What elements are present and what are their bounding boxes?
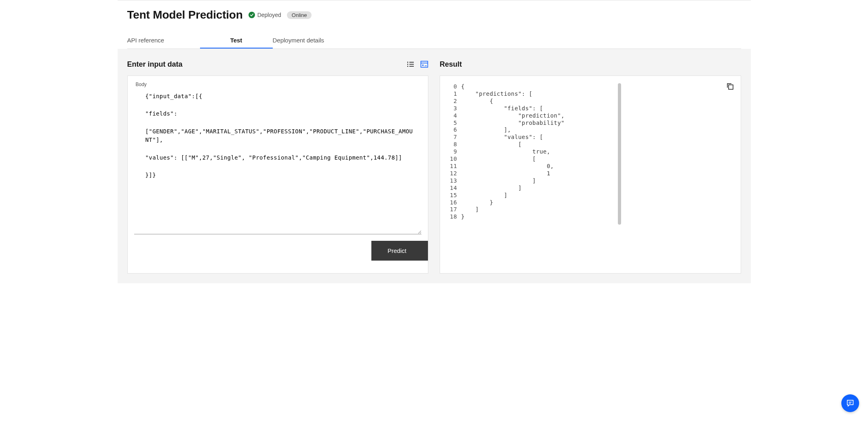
line-number: 7 <box>447 134 461 141</box>
line-number: 9 <box>447 148 461 156</box>
line-content: ] <box>461 185 522 192</box>
result-line: 13 ] <box>447 177 721 185</box>
line-number: 15 <box>447 192 461 199</box>
tab-test[interactable]: Test <box>200 33 273 48</box>
result-line: 9 true, <box>447 148 721 156</box>
line-content: ] <box>461 177 536 185</box>
line-number: 16 <box>447 199 461 206</box>
line-number: 6 <box>447 126 461 134</box>
result-line: 10 [ <box>447 156 721 163</box>
result-panel: 0{1 "predictions": [2 {3 "fields": [4 "p… <box>440 76 741 274</box>
result-line: 17 ] <box>447 206 721 213</box>
result-line: 8 [ <box>447 141 721 148</box>
line-content: "predictions": [ <box>461 91 533 98</box>
status-deployed: Deployed <box>249 12 281 18</box>
scrollbar[interactable] <box>618 83 621 225</box>
svg-rect-3 <box>409 64 414 65</box>
result-line: 18} <box>447 213 721 221</box>
line-content: } <box>461 199 493 206</box>
line-number: 18 <box>447 213 461 221</box>
line-content: [ <box>461 141 522 148</box>
result-line: 3 "fields": [ <box>447 105 721 112</box>
svg-point-2 <box>407 64 409 65</box>
input-body-textarea[interactable] <box>134 89 422 234</box>
result-line: 14 ] <box>447 185 721 192</box>
result-line: 5 "probability" <box>447 120 721 127</box>
check-circle-icon <box>249 12 255 18</box>
line-number: 14 <box>447 185 461 192</box>
line-content: "probability" <box>461 120 565 127</box>
line-content: 1 <box>461 170 550 177</box>
line-number: 1 <box>447 91 461 98</box>
predict-button[interactable]: Predict <box>371 241 428 261</box>
input-panel: Body Predict <box>127 76 429 274</box>
line-content: "values": [ <box>461 134 543 141</box>
result-line: 15 ] <box>447 192 721 199</box>
line-number: 8 <box>447 141 461 148</box>
result-output: 0{1 "predictions": [2 {3 "fields": [4 "p… <box>447 83 721 266</box>
line-content: ] <box>461 192 508 199</box>
svg-rect-5 <box>409 66 414 67</box>
tab-api-reference[interactable]: API reference <box>127 33 200 48</box>
deployed-label: Deployed <box>257 12 281 18</box>
tabs: API reference Test Deployment details <box>127 33 741 49</box>
line-number: 13 <box>447 177 461 185</box>
line-number: 10 <box>447 156 461 163</box>
line-content: "fields": [ <box>461 105 543 112</box>
line-content: 0, <box>461 163 554 170</box>
line-number: 12 <box>447 170 461 177</box>
result-line: 16 } <box>447 199 721 206</box>
line-content: { <box>461 98 493 105</box>
line-content: } <box>461 213 465 221</box>
line-number: 11 <box>447 163 461 170</box>
line-content: true, <box>461 148 550 156</box>
list-view-icon[interactable] <box>407 60 415 68</box>
result-panel-title: Result <box>440 60 462 69</box>
body-label: Body <box>128 76 428 89</box>
tab-deployment-details[interactable]: Deployment details <box>273 33 346 48</box>
line-content: ] <box>461 206 479 213</box>
line-number: 2 <box>447 98 461 105</box>
line-number: 0 <box>447 83 461 91</box>
svg-point-0 <box>407 62 409 63</box>
line-number: 5 <box>447 120 461 127</box>
svg-point-4 <box>407 66 409 67</box>
result-line: 7 "values": [ <box>447 134 721 141</box>
json-view-icon[interactable] <box>420 60 428 68</box>
copy-icon[interactable] <box>726 82 734 92</box>
line-content: ], <box>461 126 511 134</box>
svg-rect-9 <box>729 85 733 89</box>
line-number: 17 <box>447 206 461 213</box>
line-content: [ <box>461 156 536 163</box>
online-pill: Online <box>287 11 312 19</box>
svg-rect-8 <box>425 65 427 66</box>
result-line: 11 0, <box>447 163 721 170</box>
svg-rect-6 <box>421 61 428 67</box>
result-line: 1 "predictions": [ <box>447 91 721 98</box>
result-line: 0{ <box>447 83 721 91</box>
line-number: 3 <box>447 105 461 112</box>
svg-rect-1 <box>409 62 414 63</box>
line-number: 4 <box>447 112 461 120</box>
result-line: 4 "prediction", <box>447 112 721 120</box>
input-panel-title: Enter input data <box>127 60 183 69</box>
result-line: 2 { <box>447 98 721 105</box>
result-line: 6 ], <box>447 126 721 134</box>
line-content: "prediction", <box>461 112 565 120</box>
line-content: { <box>461 83 465 91</box>
result-line: 12 1 <box>447 170 721 177</box>
page-title: Tent Model Prediction <box>127 8 243 21</box>
